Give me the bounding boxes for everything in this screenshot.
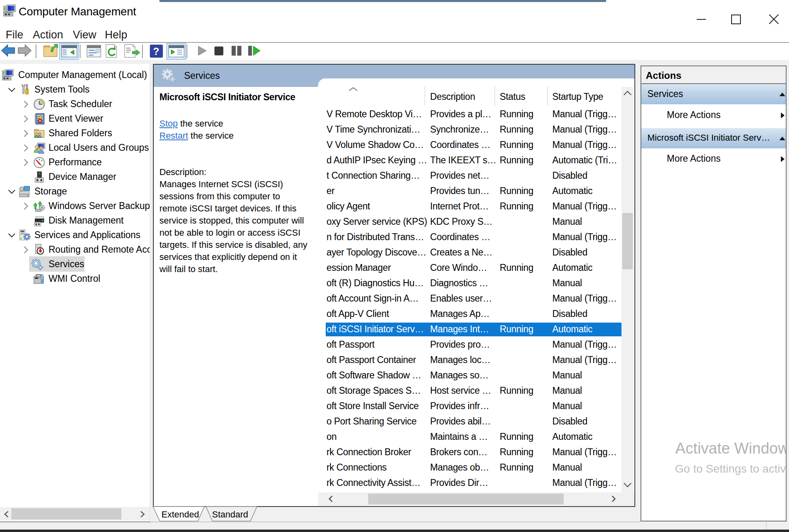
svg-text:?: ? xyxy=(153,46,159,57)
